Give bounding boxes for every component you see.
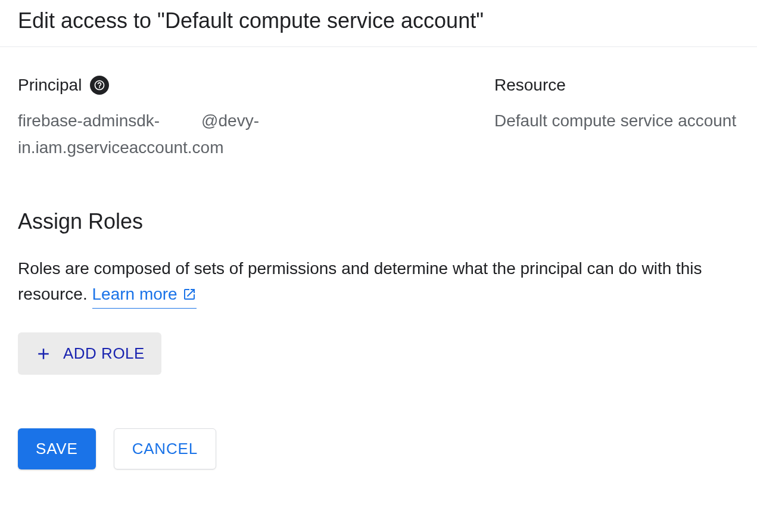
- principal-label: Principal: [18, 76, 82, 95]
- learn-more-link[interactable]: Learn more: [92, 281, 197, 309]
- action-row: SAVE CANCEL: [18, 428, 739, 469]
- principal-label-row: Principal: [18, 76, 471, 95]
- resource-section: Resource Default compute service account: [494, 76, 739, 161]
- dialog-content: Principal firebase-adminsdk- @devy- in.i…: [0, 47, 757, 487]
- add-role-button[interactable]: ADD ROLE: [18, 332, 161, 375]
- resource-label: Resource: [494, 76, 566, 95]
- dialog-header: Edit access to "Default compute service …: [0, 0, 757, 47]
- principal-value: firebase-adminsdk- @devy- in.iam.gservic…: [18, 108, 471, 161]
- resource-label-row: Resource: [494, 76, 739, 95]
- cancel-button[interactable]: CANCEL: [114, 428, 216, 469]
- assign-roles-title: Assign Roles: [18, 209, 739, 234]
- add-role-label: ADD ROLE: [63, 344, 145, 363]
- principal-section: Principal firebase-adminsdk- @devy- in.i…: [18, 76, 471, 161]
- resource-value: Default compute service account: [494, 108, 739, 135]
- plus-icon: [35, 345, 52, 363]
- dialog-title: Edit access to "Default compute service …: [18, 8, 739, 33]
- learn-more-text: Learn more: [92, 281, 177, 307]
- save-button[interactable]: SAVE: [18, 428, 96, 469]
- help-icon[interactable]: [90, 76, 109, 95]
- external-link-icon: [182, 287, 197, 301]
- info-row: Principal firebase-adminsdk- @devy- in.i…: [18, 76, 739, 161]
- assign-roles-description: Roles are composed of sets of permission…: [18, 256, 739, 309]
